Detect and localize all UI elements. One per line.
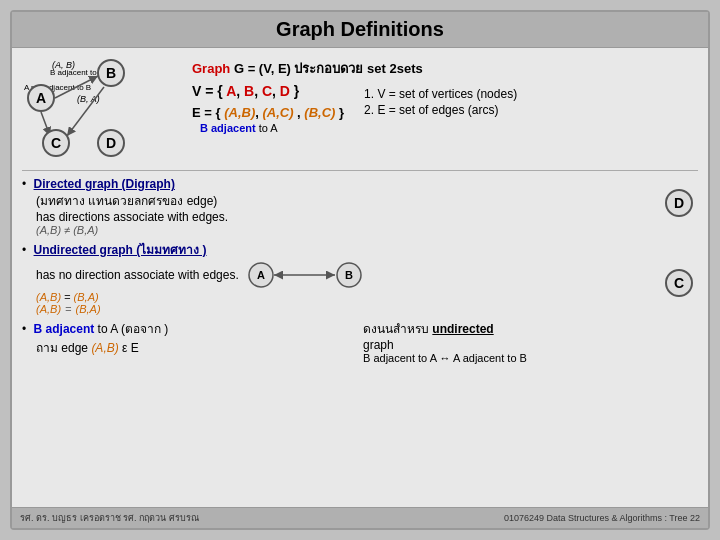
- bullet2-section: • Undirected graph (ไมมทศทาง ) has no di…: [22, 240, 698, 315]
- undirected-graph-label: Undirected graph (ไมมทศทาง ): [34, 243, 207, 257]
- divider-1: [22, 170, 698, 171]
- undirected-adj-row: (A,B) = (B,A): [22, 303, 642, 315]
- b-adj-iff: B adjacent to A ↔ A adjacent to B: [363, 352, 698, 364]
- bullet2-row: • Undirected graph (ไมมทศทาง ): [22, 240, 642, 259]
- undirected-label: ดงนนสำหรบ undirected: [363, 319, 698, 338]
- def-edges: 2. E = set of edges (arcs): [364, 103, 517, 117]
- b-adj-a-label: B adjacent: [34, 322, 95, 336]
- bullet3-text: • B adjacent to A (ตอจาก ) ถาม edge (A,B…: [22, 319, 357, 357]
- content-area: (A, B) B adjacent to A A not adjacent to…: [12, 48, 708, 507]
- def-vertices: 1. V = set of vertices (nodes): [364, 87, 517, 101]
- bullet1-text: • Directed graph (Digraph) (มทศทาง แทนดว…: [22, 177, 642, 236]
- v-line: V = { A, B, C, D }: [192, 83, 344, 99]
- c-node-area: C: [648, 242, 698, 302]
- node-c-right: C: [665, 269, 693, 297]
- b-adjacent-label: B adjacent to A: [192, 122, 344, 134]
- node-c-top: C: [42, 129, 70, 157]
- bullet2-sub2-row: (A,B) = (B,A): [22, 291, 642, 303]
- undirected-ab-label: (A,B): [36, 303, 61, 315]
- directed-graph-label: Directed graph (Digraph): [34, 177, 175, 191]
- footer: รศ. ดร. บญธร เครอตราช รศ. กฤตวน ศรบรณ 01…: [12, 507, 708, 528]
- bullet1-sub2: has directions associate with edges.: [22, 210, 642, 224]
- bullet2-sub1: has no direction associate with edges.: [36, 268, 239, 282]
- graph-diagram: (A, B) B adjacent to A A not adjacent to…: [22, 54, 182, 164]
- footer-authors: รศ. ดร. บญธร เครอตราช รศ. กฤตวน ศรบรณ: [20, 511, 199, 525]
- bullet3-section: • B adjacent to A (ตอจาก ) ถาม edge (A,B…: [22, 319, 698, 364]
- title-text: Graph Definitions: [276, 18, 444, 40]
- bullet3-right: ดงนนสำหรบ undirected graph B adjacent to…: [363, 319, 698, 364]
- bullet2-sub1-row: has no direction associate with edges. A…: [22, 259, 642, 291]
- undirected-inline-svg: A B: [245, 259, 375, 291]
- d-node-area: D: [648, 179, 698, 229]
- graph-label: Graph: [192, 61, 230, 76]
- bullet3-dot: •: [22, 322, 26, 336]
- bullet2-dot: •: [22, 243, 26, 257]
- undirected-ba-label: (B,A): [76, 303, 101, 315]
- defs-col: 1. V = set of vertices (nodes) 2. E = se…: [364, 83, 517, 134]
- node-a: A: [27, 84, 55, 112]
- footer-course: 01076249 Data Structures & Algorithms : …: [504, 513, 700, 523]
- ab-eq-ba: (A,B) = (B,A): [36, 291, 99, 303]
- svg-line-1: [55, 76, 98, 98]
- bullet2-text: • Undirected graph (ไมมทศทาง ) has no di…: [22, 240, 642, 315]
- page-title: Graph Definitions: [12, 12, 708, 48]
- main-container: Graph Definitions: [10, 10, 710, 530]
- bullet3-sub1: ถาม edge (A,B) ε E: [22, 338, 357, 357]
- graph-eq: G = (V, E) ประกอบดวย: [234, 61, 367, 76]
- right-definitions: Graph G = (V, E) ประกอบดวย set 2sets V =…: [192, 54, 698, 134]
- bullet1-dot: •: [22, 177, 26, 191]
- undirected-eq: =: [65, 303, 71, 315]
- graph-word: graph: [363, 338, 698, 352]
- bullet1-sub3: (A,B) ≠ (B,A): [22, 224, 642, 236]
- graph-header: Graph G = (V, E) ประกอบดวย set 2sets: [192, 58, 698, 79]
- bullet3-row: • B adjacent to A (ตอจาก ): [22, 319, 357, 338]
- undirected-text: undirected: [432, 322, 493, 336]
- top-section: (A, B) B adjacent to A A not adjacent to…: [22, 54, 698, 164]
- svg-text:B: B: [345, 269, 353, 281]
- svg-text:A: A: [257, 269, 265, 281]
- e-line: E = { (A,B), (A,C) , (B,C) }: [192, 105, 344, 120]
- node-b: B: [97, 59, 125, 87]
- set-label: set 2sets: [367, 61, 423, 76]
- bullet1-sub1: (มทศทาง แทนดวยลกศรของ edge): [22, 191, 642, 210]
- b-adj-a-rest: to A (ตอจาก ): [98, 322, 169, 336]
- node-d-top: D: [97, 129, 125, 157]
- svg-line-3: [67, 87, 104, 136]
- bullet1-row: • Directed graph (Digraph): [22, 177, 642, 191]
- bullet1-section: • Directed graph (Digraph) (มทศทาง แทนดว…: [22, 177, 698, 236]
- node-d-right: D: [665, 189, 693, 217]
